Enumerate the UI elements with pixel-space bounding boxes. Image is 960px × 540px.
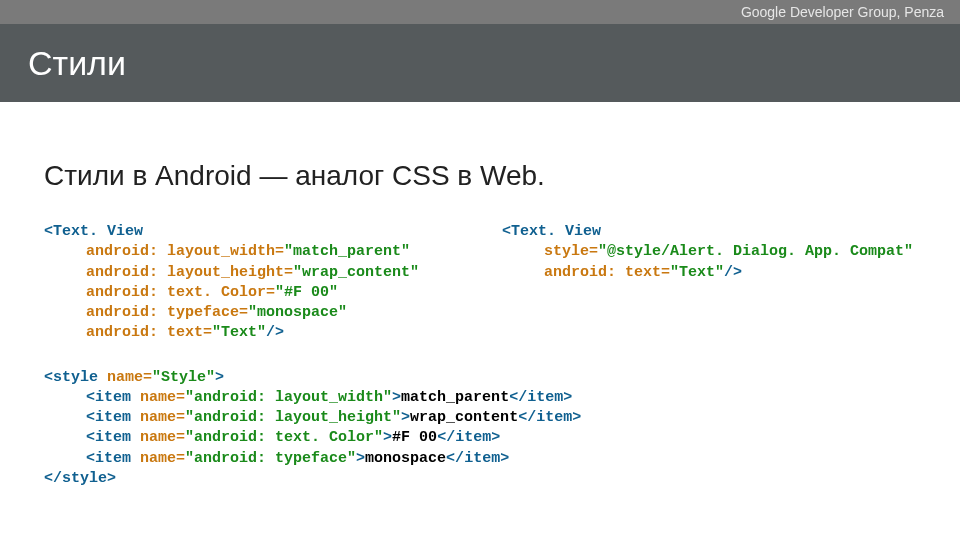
lt: </ <box>518 409 536 426</box>
topbar-label: Google Developer Group, Penza <box>741 4 944 20</box>
tag: style <box>53 369 107 386</box>
attr-name: name= <box>140 389 185 406</box>
attr-value: "android: layout_width" <box>185 389 392 406</box>
page-title: Стили <box>28 44 126 83</box>
tag: item <box>95 429 140 446</box>
attr-name: style= <box>544 243 598 260</box>
code-block-style-definition: <style name="Style"> <item name="android… <box>44 368 930 490</box>
gt: > <box>500 450 509 467</box>
topbar: Google Developer Group, Penza <box>0 0 960 24</box>
attr-name: android: typeface= <box>86 304 248 321</box>
attr-value: "match_parent" <box>284 243 410 260</box>
tag: item <box>95 450 140 467</box>
lt: < <box>44 223 53 240</box>
gt: > <box>491 429 500 446</box>
title-bar: Стили <box>0 24 960 102</box>
attr-value: "Style" <box>152 369 215 386</box>
tag: item <box>95 389 140 406</box>
tag: Text. View <box>53 223 143 240</box>
attr-value: "wrap_content" <box>293 264 419 281</box>
lt: < <box>44 369 53 386</box>
attr-name: name= <box>140 450 185 467</box>
gt: > <box>563 389 572 406</box>
item-text: wrap_content <box>410 409 518 426</box>
lt: < <box>86 450 95 467</box>
tag: item <box>527 389 563 406</box>
attr-value: "#F 00" <box>275 284 338 301</box>
item-text: #F 00 <box>392 429 437 446</box>
lt: </ <box>446 450 464 467</box>
attr-name: android: text= <box>86 324 212 341</box>
code-columns: <Text. View android: layout_width="match… <box>44 222 930 344</box>
attr-name: android: layout_height= <box>86 264 293 281</box>
lt: </ <box>437 429 455 446</box>
attr-value: "@style/Alert. Dialog. App. Compat" <box>598 243 913 260</box>
attr-value: "android: layout_height" <box>185 409 401 426</box>
lt: < <box>86 429 95 446</box>
gt: > <box>383 429 392 446</box>
tag-close: /> <box>724 264 742 281</box>
gt: > <box>572 409 581 426</box>
attr-name: android: text= <box>544 264 670 281</box>
lt: < <box>86 409 95 426</box>
attr-value: "android: typeface" <box>185 450 356 467</box>
body: Стили в Android — аналог CSS в Web. <Tex… <box>44 130 930 489</box>
attr-value: "Text" <box>212 324 266 341</box>
code-block-textview-style: <Text. View style="@style/Alert. Dialog.… <box>502 222 930 283</box>
attr-name: android: layout_width= <box>86 243 284 260</box>
lt: </ <box>509 389 527 406</box>
gt: > <box>215 369 224 386</box>
attr-value: "Text" <box>670 264 724 281</box>
tag: item <box>464 450 500 467</box>
item-text: monospace <box>365 450 446 467</box>
attr-value: "monospace" <box>248 304 347 321</box>
gt: > <box>107 470 116 487</box>
tag: style <box>62 470 107 487</box>
lt: </ <box>44 470 62 487</box>
gt: > <box>392 389 401 406</box>
attr-name: android: text. Color= <box>86 284 275 301</box>
tag-close: /> <box>266 324 284 341</box>
gt: > <box>356 450 365 467</box>
attr-name: name= <box>140 429 185 446</box>
tag: item <box>95 409 140 426</box>
attr-name: name= <box>140 409 185 426</box>
slide: Google Developer Group, Penza Стили Стил… <box>0 0 960 540</box>
gt: > <box>401 409 410 426</box>
lt: < <box>86 389 95 406</box>
tag: item <box>536 409 572 426</box>
lt: < <box>502 223 511 240</box>
attr-value: "android: text. Color" <box>185 429 383 446</box>
code-block-textview-multiline: <Text. View android: layout_width="match… <box>44 222 472 344</box>
tag: Text. View <box>511 223 601 240</box>
subtitle: Стили в Android — аналог CSS в Web. <box>44 160 930 192</box>
item-text: match_parent <box>401 389 509 406</box>
attr-name: name= <box>107 369 152 386</box>
tag: item <box>455 429 491 446</box>
